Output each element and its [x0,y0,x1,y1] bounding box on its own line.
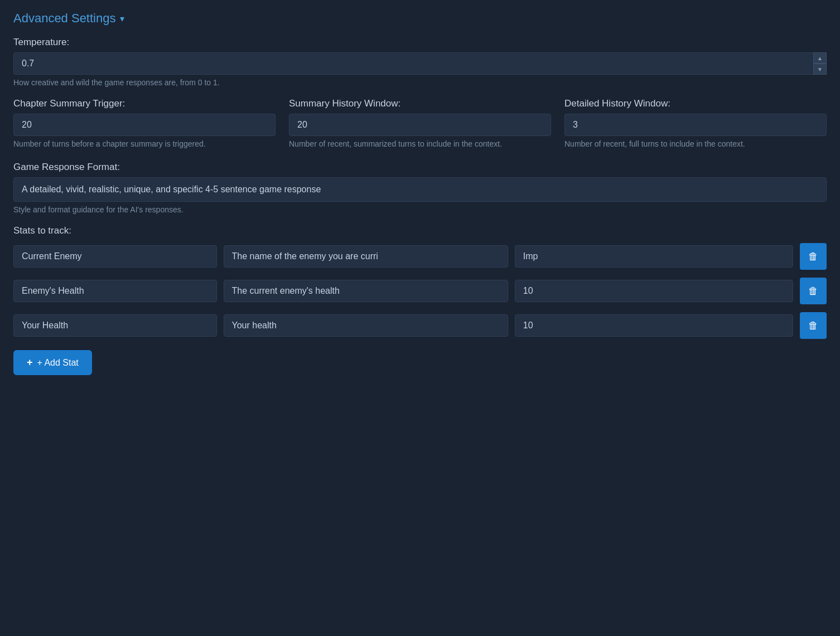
detailed-history-wrapper [564,114,827,136]
trash-icon-0: 🗑 [808,251,818,263]
stat-desc-0[interactable] [224,245,508,268]
delete-stat-0[interactable]: 🗑 [800,243,827,270]
temperature-input[interactable] [13,52,827,75]
detailed-history-label: Detailed History Window: [564,98,827,109]
summary-history-wrapper [289,114,551,136]
page-title[interactable]: Advanced Settings [13,11,115,26]
chapter-summary-wrapper [13,114,276,136]
stat-desc-1[interactable] [224,280,508,302]
header-row: Advanced Settings ▾ [13,11,827,26]
plus-icon: + [27,357,33,368]
trash-icon-2: 🗑 [808,320,818,332]
temperature-section: Temperature: ▲ ▼ How creative and wild t… [13,37,827,87]
stat-row-1: 🗑 [13,278,827,304]
chapter-summary-helper: Number of turns before a chapter summary… [13,139,276,148]
stat-desc-2[interactable] [224,314,508,337]
delete-stat-2[interactable]: 🗑 [800,312,827,339]
stat-value-1[interactable] [515,280,793,302]
temperature-label: Temperature: [13,37,827,48]
chapter-summary-input[interactable] [13,114,276,136]
game-response-helper: Style and format guidance for the AI's r… [13,205,827,214]
detailed-history-section: Detailed History Window: Number of recen… [564,98,827,148]
add-stat-label: + Add Stat [37,358,79,368]
summary-history-section: Summary History Window: Number of recent… [289,98,551,148]
temperature-input-wrapper: ▲ ▼ [13,52,827,75]
stats-section: Stats to track: 🗑 🗑 🗑 [13,225,827,339]
stat-row-2: 🗑 [13,312,827,339]
game-response-input[interactable] [13,177,827,202]
chapter-summary-label: Chapter Summary Trigger: [13,98,276,109]
stat-name-0[interactable] [13,245,217,268]
stat-value-2[interactable] [515,314,793,337]
summary-history-helper: Number of recent, summarized turns to in… [289,139,551,148]
game-response-section: Game Response Format: Style and format g… [13,162,827,214]
stat-row-0: 🗑 [13,243,827,270]
summary-history-label: Summary History Window: [289,98,551,109]
detailed-history-input[interactable] [564,114,827,136]
stats-label: Stats to track: [13,225,827,236]
temperature-helper: How creative and wild the game responses… [13,78,827,87]
chevron-down-icon[interactable]: ▾ [120,13,124,24]
stat-value-0[interactable] [515,245,793,268]
delete-stat-1[interactable]: 🗑 [800,278,827,304]
stat-name-2[interactable] [13,314,217,337]
temperature-spinner: ▲ ▼ [813,52,827,75]
trash-icon-1: 🗑 [808,285,818,297]
game-response-label: Game Response Format: [13,162,827,173]
detailed-history-helper: Number of recent, full turns to include … [564,139,827,148]
chapter-summary-section: Chapter Summary Trigger: Number of turns… [13,98,276,148]
add-stat-button[interactable]: + + Add Stat [13,350,92,375]
summary-history-input[interactable] [289,114,551,136]
stat-name-1[interactable] [13,280,217,302]
three-col-settings: Chapter Summary Trigger: Number of turns… [13,98,827,148]
temperature-increment[interactable]: ▲ [813,52,827,64]
temperature-decrement[interactable]: ▼ [813,64,827,75]
